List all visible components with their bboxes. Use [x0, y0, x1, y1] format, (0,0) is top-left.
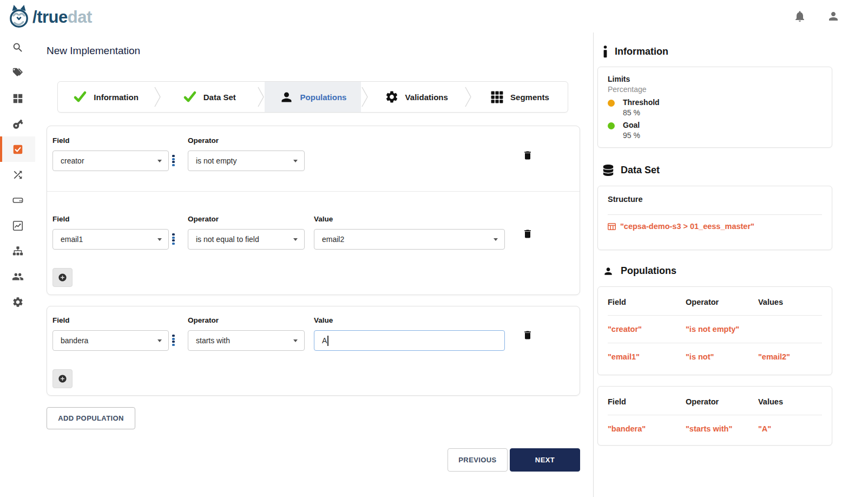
divider	[608, 214, 822, 215]
populations-summary-card-1: Field Operator Values "creator" "is not …	[597, 286, 832, 375]
chevron-down-icon	[157, 339, 162, 342]
sidebar-item-taxonomy[interactable]	[0, 238, 35, 264]
information-section-heading: Information	[603, 45, 668, 58]
next-button[interactable]: NEXT	[510, 448, 580, 472]
app-header: /truedat	[0, 0, 868, 32]
segments-grid-icon	[490, 90, 504, 104]
goal-dot-icon	[608, 122, 615, 129]
add-circle-icon	[58, 374, 67, 383]
cell-values: "A"	[758, 424, 822, 433]
cell-values: "email2"	[758, 352, 822, 361]
gear-icon	[12, 296, 24, 308]
wizard-stepper: Information Data Set Populations Validat…	[57, 81, 568, 113]
sidebar-item-analytics[interactable]	[0, 213, 35, 238]
check-icon	[183, 90, 197, 104]
brand-text: /truedat	[32, 8, 92, 27]
main-content: New Implementation Information Data Set …	[35, 32, 593, 497]
add-condition-button[interactable]	[52, 268, 73, 287]
operator-select[interactable]: is not empty	[188, 151, 305, 171]
value-label: Value	[314, 316, 333, 324]
step-separator	[464, 82, 472, 112]
structure-link[interactable]: "cepsa-demo-s3 > 01_eess_master"	[608, 222, 754, 231]
key-icon	[12, 118, 24, 130]
sidebar-item-search[interactable]	[0, 35, 35, 60]
text-cursor	[327, 336, 328, 346]
sidebar-item-groups[interactable]	[0, 264, 35, 289]
info-icon	[603, 45, 608, 58]
people-group-icon	[12, 271, 24, 283]
col-values: Values	[758, 397, 822, 406]
brand-dat: dat	[68, 8, 92, 27]
populations-summary-card-2: Field Operator Values "bandera" "starts …	[597, 386, 832, 446]
add-circle-icon	[58, 273, 67, 282]
operator-select[interactable]: is not equal to field	[188, 229, 305, 250]
sidebar-item-settings[interactable]	[0, 289, 35, 315]
step-segments[interactable]: Segments	[472, 82, 568, 112]
field-select[interactable]: creator	[52, 151, 169, 171]
col-operator: Operator	[686, 397, 758, 406]
delete-condition-button[interactable]	[521, 329, 534, 342]
summary-panel: Information Limits Percentage Threshold …	[593, 32, 868, 497]
operator-select-value: starts with	[196, 336, 230, 345]
operator-select-value: is not equal to field	[196, 235, 259, 244]
storage-drive-icon	[12, 194, 24, 206]
page-title: New Implementation	[47, 45, 140, 57]
field-select-value: creator	[61, 156, 84, 165]
cell-field: "bandera"	[608, 424, 686, 433]
sidebar-item-dashboard[interactable]	[0, 86, 35, 111]
chevron-down-icon	[293, 238, 298, 241]
operator-select-value: is not empty	[196, 156, 236, 165]
row-divider	[47, 191, 580, 192]
notifications-bell-icon[interactable]	[793, 10, 806, 23]
field-type-icon	[172, 233, 175, 245]
truedat-logo[interactable]: /truedat	[8, 4, 92, 31]
value-select-value: email2	[322, 235, 344, 244]
chevron-down-icon	[293, 339, 298, 342]
step-data-set[interactable]: Data Set	[161, 82, 257, 112]
sitemap-icon	[12, 245, 24, 257]
step-label: Data Set	[203, 93, 236, 102]
sidebar-item-tags[interactable]	[0, 60, 35, 86]
previous-button[interactable]: PREVIOUS	[448, 448, 508, 472]
field-select[interactable]: email1	[52, 229, 169, 250]
sidebar-item-quality-active[interactable]	[0, 136, 35, 162]
value-select[interactable]: email2	[314, 229, 505, 250]
cell-operator: "is not"	[686, 352, 758, 361]
populations-table: Field Operator Values "bandera" "starts …	[598, 389, 832, 442]
col-values: Values	[758, 298, 822, 306]
col-field: Field	[608, 298, 686, 306]
step-information[interactable]: Information	[58, 82, 154, 112]
delete-condition-button[interactable]	[521, 149, 534, 162]
operator-select[interactable]: starts with	[188, 330, 305, 351]
user-account-icon[interactable]	[827, 10, 840, 23]
field-type-icon	[172, 155, 175, 166]
table-header-row: Field Operator Values	[608, 389, 822, 415]
sidebar-item-lineage[interactable]	[0, 162, 35, 187]
value-text-input[interactable]: A	[314, 330, 505, 351]
limits-label: Limits	[608, 75, 630, 83]
cell-field: "creator"	[608, 325, 686, 333]
check-icon	[73, 90, 87, 104]
threshold-label: Threshold	[623, 98, 660, 107]
step-populations-active[interactable]: Populations	[265, 82, 360, 112]
sidebar-item-sources[interactable]	[0, 187, 35, 213]
structure-label: Structure	[608, 195, 642, 204]
add-condition-button[interactable]	[52, 369, 73, 388]
step-label: Segments	[510, 93, 549, 102]
step-validations[interactable]: Validations	[369, 82, 464, 112]
table-icon	[608, 223, 616, 230]
chevron-down-icon	[494, 238, 498, 241]
population-card-1: Field creator Operator is not empty Fiel…	[47, 126, 580, 295]
add-population-button[interactable]: ADD POPULATION	[47, 407, 135, 429]
chevron-down-icon	[157, 160, 162, 162]
sidebar-item-permissions[interactable]	[0, 111, 35, 136]
field-select[interactable]: bandera	[52, 330, 169, 351]
step-label: Validations	[405, 93, 448, 102]
threshold-dot-icon	[608, 100, 615, 107]
step-label: Information	[94, 93, 139, 102]
tags-icon	[12, 67, 24, 79]
operator-label: Operator	[188, 316, 219, 324]
dashboard-grid-icon	[12, 93, 24, 104]
chevron-down-icon	[293, 160, 298, 162]
delete-condition-button[interactable]	[521, 227, 534, 240]
